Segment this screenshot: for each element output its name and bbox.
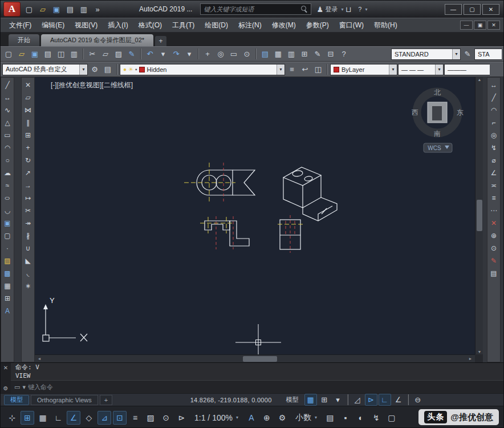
text-style-caret-icon[interactable]: ▾: [452, 49, 460, 59]
menu-item-tools[interactable]: 工具(T): [167, 19, 200, 32]
graphics-performance-button[interactable]: ↯: [369, 411, 383, 425]
snap-toggle-button[interactable]: ⊞: [21, 411, 34, 425]
viewcube-south-label[interactable]: 南: [434, 130, 441, 138]
dim-style-combo-cut[interactable]: STA: [474, 49, 502, 60]
publish-button[interactable]: ▥: [68, 48, 80, 60]
redo-button[interactable]: ↷: [170, 48, 182, 60]
join-button[interactable]: ∪: [22, 243, 34, 254]
spline-button[interactable]: ≈: [2, 180, 13, 191]
ellipse-arc-button[interactable]: ◡: [2, 205, 13, 216]
qat-open-button[interactable]: ▱: [36, 3, 49, 15]
scale-button[interactable]: ↗: [22, 167, 34, 179]
viewcube-north-label[interactable]: 北: [434, 88, 441, 96]
vertical-scrollbar[interactable]: ▲ ▼: [475, 77, 483, 354]
menu-item-format[interactable]: 格式(O): [133, 19, 167, 32]
viewport-controls-label[interactable]: [-][推优创意视图][二维线框]: [51, 81, 133, 89]
doc-restore-button[interactable]: ▣: [474, 21, 486, 30]
dim-linear-button[interactable]: ↔: [488, 79, 499, 91]
multiline-text-button[interactable]: A: [2, 305, 13, 317]
revision-cloud-button[interactable]: ☁: [2, 167, 13, 179]
qat-more-button[interactable]: »: [91, 3, 104, 15]
cut-clip-button[interactable]: ✂: [86, 48, 99, 60]
workspace-settings-button[interactable]: ⚙: [88, 63, 101, 75]
dim-break-button[interactable]: ✕: [488, 217, 499, 229]
color-combo[interactable]: ByLayer ▾: [330, 64, 397, 75]
designcenter-button[interactable]: ▦: [272, 48, 284, 60]
explode-button[interactable]: ∗: [22, 280, 34, 292]
minimize-button[interactable]: —: [445, 4, 462, 15]
fillet-button[interactable]: ◟: [22, 268, 34, 279]
model-space-button-button[interactable]: 模型: [282, 394, 303, 406]
doc-close-button[interactable]: ✕: [487, 21, 500, 30]
chamfer-button[interactable]: ◣: [22, 255, 34, 267]
grid-toggle-button[interactable]: ▦: [36, 411, 50, 425]
search-input[interactable]: [204, 6, 299, 13]
doc-minimize-button[interactable]: —: [460, 21, 473, 30]
dim-aligned-button[interactable]: ╱: [488, 92, 499, 103]
layer-isolate-button[interactable]: ◫: [312, 63, 324, 75]
create-block-button[interactable]: ▢: [2, 230, 13, 241]
sign-in-user-button[interactable]: ♟: [314, 3, 326, 15]
annotation-visibility-button[interactable]: A: [245, 411, 258, 425]
layer-combo[interactable]: ● ☀ ▪ Hidden ▾: [120, 64, 285, 75]
properties-palette-button[interactable]: ▤: [259, 48, 271, 60]
ellipse-button[interactable]: ○: [2, 192, 13, 204]
stretch-button[interactable]: →: [22, 180, 34, 191]
erase-button[interactable]: ✕: [22, 79, 34, 91]
dim-radius-button[interactable]: ◎: [488, 130, 499, 141]
style-manager-button[interactable]: ✎: [461, 48, 474, 60]
viewcube-west-label[interactable]: 西: [412, 108, 418, 116]
text-style-combo[interactable]: STANDARD ▾: [391, 49, 461, 60]
zoom-realtime-button[interactable]: ◎: [214, 48, 227, 60]
markup-button[interactable]: ✎: [311, 48, 324, 60]
workspace-combo[interactable]: AutoCAD 经典-自定义 ▾: [2, 64, 88, 75]
scroll-left-icon[interactable]: ◄: [35, 357, 43, 361]
layer-properties-manager-button[interactable]: ▤: [101, 63, 114, 75]
menu-item-help[interactable]: 帮助(H): [369, 19, 403, 32]
isometric-drafting-button[interactable]: ◇: [82, 411, 96, 425]
qat-new-button[interactable]: ▢: [23, 3, 35, 15]
autocad-logo-icon[interactable]: A: [3, 2, 21, 17]
quick-dimension-button[interactable]: ≍: [488, 180, 499, 191]
redo-list-button[interactable]: ▾: [183, 48, 196, 60]
model-space-canvas[interactable]: [-][推优创意视图][二维线框] 北 南 西 东 WCS: [35, 77, 475, 354]
qat-save-as-button[interactable]: ▤: [64, 3, 76, 15]
region-button[interactable]: ▦: [2, 280, 13, 292]
hatch-button[interactable]: ▨: [2, 255, 13, 267]
isolate-objects-button[interactable]: ◐: [354, 411, 368, 425]
menu-item-edit[interactable]: 编辑(E): [36, 19, 70, 32]
grid-display-button[interactable]: ▦: [304, 394, 317, 406]
lock-ui-button[interactable]: ▪: [339, 411, 352, 425]
menu-item-window[interactable]: 窗口(W): [334, 19, 369, 32]
new-drawing-tab-button[interactable]: +: [155, 36, 166, 46]
offset-button[interactable]: ∥: [22, 117, 34, 128]
app-store-cart-button[interactable]: ⊔: [342, 3, 355, 15]
menu-item-view[interactable]: 视图(V): [70, 19, 103, 32]
command-input[interactable]: [28, 383, 503, 391]
viewcube[interactable]: 北 南 西 东: [412, 88, 464, 138]
viewcube-east-label[interactable]: 东: [457, 108, 464, 116]
dim-style-button[interactable]: ▤: [488, 268, 499, 279]
tolerance-button[interactable]: ⊕: [488, 230, 499, 241]
snap-mode-button[interactable]: ⊞: [318, 394, 331, 406]
polar-tracking-button[interactable]: ∠: [392, 394, 405, 406]
vertical-scroll-thumb[interactable]: [477, 200, 482, 231]
paste-clip-button[interactable]: ▨: [112, 48, 125, 60]
object-snap-button[interactable]: ⊡: [113, 411, 127, 425]
units-button[interactable]: 小数▾: [291, 411, 322, 425]
undo-list-button[interactable]: ▾: [157, 48, 169, 60]
layer-states-button[interactable]: ≡: [286, 63, 298, 75]
help-button[interactable]: ?▾: [356, 3, 369, 15]
lineweight-combo[interactable]: ———: [444, 64, 490, 75]
plot-button[interactable]: ▤: [42, 48, 54, 60]
dim-continue-button[interactable]: ⋯: [488, 205, 499, 216]
polygon-button[interactable]: △: [2, 117, 13, 128]
tab-model-space[interactable]: 模型: [4, 395, 29, 405]
table-button[interactable]: ⊞: [2, 293, 13, 304]
layer-previous-button[interactable]: ↩: [299, 63, 311, 75]
sheet-set-manager-button[interactable]: ⊞: [298, 48, 311, 60]
dim-angular-button[interactable]: ∠: [488, 167, 499, 179]
new-layout-button[interactable]: +: [100, 395, 112, 405]
plot-preview-button[interactable]: ◫: [55, 48, 67, 60]
close-button[interactable]: ✕: [482, 4, 499, 15]
